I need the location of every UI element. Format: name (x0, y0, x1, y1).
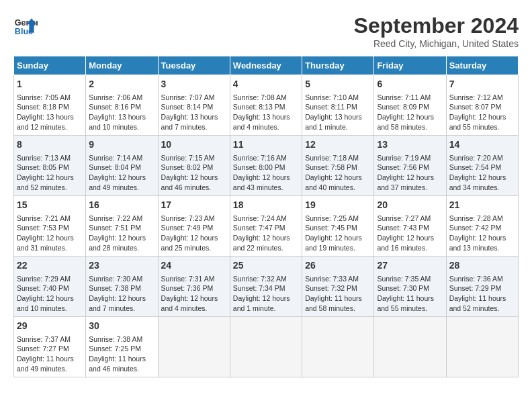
day-number: 2 (89, 78, 154, 91)
day-info-line: and 22 minutes. (233, 243, 299, 253)
day-info-line: Daylight: 11 hours (305, 293, 371, 304)
day-info-line: Sunset: 8:02 PM (161, 163, 227, 173)
calendar-cell: 24Sunrise: 7:31 AMSunset: 7:36 PMDayligh… (158, 257, 230, 317)
day-info-line: Daylight: 12 hours (161, 233, 227, 243)
day-info-line: Daylight: 12 hours (89, 233, 154, 243)
calendar-cell: 15Sunrise: 7:21 AMSunset: 7:53 PMDayligh… (14, 196, 86, 257)
calendar-cell (302, 317, 374, 377)
calendar-cell: 30Sunrise: 7:38 AMSunset: 7:25 PMDayligh… (86, 317, 158, 377)
day-info-line: and 1 minute. (305, 122, 371, 132)
day-info-line: Sunrise: 7:15 AM (161, 153, 227, 163)
day-info-line: Sunrise: 7:25 AM (305, 214, 371, 224)
day-info-line: Sunrise: 7:21 AM (17, 214, 83, 224)
day-info-line: Sunset: 8:05 PM (17, 163, 83, 173)
weekday-header: Friday (374, 56, 446, 75)
day-info-line: Daylight: 12 hours (17, 173, 83, 183)
day-number: 8 (17, 138, 83, 152)
day-info-line: Sunset: 8:18 PM (17, 102, 83, 112)
day-number: 3 (161, 78, 227, 91)
day-info-line: Daylight: 12 hours (17, 293, 83, 304)
day-info-line: Sunset: 8:16 PM (89, 102, 154, 112)
day-info-line: and 10 minutes. (89, 122, 154, 132)
day-number: 28 (449, 259, 515, 273)
day-info-line: Daylight: 12 hours (17, 233, 83, 243)
day-info-line: Sunrise: 7:31 AM (161, 274, 227, 284)
month-title: September 2024 (354, 13, 519, 38)
day-info-line: Daylight: 12 hours (233, 173, 299, 183)
day-info-line: Daylight: 12 hours (233, 233, 299, 243)
day-number: 27 (377, 259, 443, 273)
day-info-line: Sunset: 7:53 PM (17, 223, 83, 233)
day-info-line: Sunset: 7:34 PM (233, 283, 299, 293)
day-info-line: Sunset: 8:04 PM (89, 163, 154, 173)
calendar-cell: 21Sunrise: 7:28 AMSunset: 7:42 PMDayligh… (446, 196, 518, 257)
day-info-line: Sunrise: 7:24 AM (233, 214, 299, 224)
day-info-line: Sunset: 7:32 PM (305, 283, 371, 293)
calendar-week-row: 29Sunrise: 7:37 AMSunset: 7:27 PMDayligh… (14, 317, 519, 377)
day-info-line: Daylight: 12 hours (161, 293, 227, 304)
day-info-line: Sunset: 7:25 PM (89, 344, 154, 354)
calendar-cell: 10Sunrise: 7:15 AMSunset: 8:02 PMDayligh… (158, 136, 230, 196)
day-info-line: and 12 minutes. (17, 122, 83, 132)
calendar-cell: 9Sunrise: 7:14 AMSunset: 8:04 PMDaylight… (86, 136, 158, 196)
calendar-cell (158, 317, 230, 377)
title-block: September 2024 Reed City, Michigan, Unit… (354, 13, 519, 49)
day-info-line: and 55 minutes. (449, 122, 515, 132)
day-info-line: Sunrise: 7:06 AM (89, 93, 154, 103)
weekday-header: Thursday (302, 56, 374, 75)
day-info-line: Sunset: 7:43 PM (377, 223, 443, 233)
day-info-line: Sunset: 7:54 PM (449, 163, 515, 173)
calendar-cell: 19Sunrise: 7:25 AMSunset: 7:45 PMDayligh… (302, 196, 374, 257)
day-info-line: Sunset: 8:09 PM (377, 102, 443, 112)
day-info-line: and 52 minutes. (449, 304, 515, 314)
calendar-cell: 1Sunrise: 7:05 AMSunset: 8:18 PMDaylight… (14, 75, 86, 136)
calendar-week-row: 1Sunrise: 7:05 AMSunset: 8:18 PMDaylight… (14, 75, 519, 136)
calendar-cell: 26Sunrise: 7:33 AMSunset: 7:32 PMDayligh… (302, 257, 374, 317)
weekday-header: Tuesday (158, 56, 230, 75)
day-info-line: Sunrise: 7:19 AM (377, 153, 443, 163)
day-info-line: Sunrise: 7:22 AM (89, 214, 154, 224)
calendar-cell: 18Sunrise: 7:24 AMSunset: 7:47 PMDayligh… (230, 196, 302, 257)
day-number: 26 (305, 259, 371, 273)
day-info-line: Sunset: 7:40 PM (17, 283, 83, 293)
day-number: 13 (377, 138, 443, 152)
day-info-line: Daylight: 13 hours (89, 112, 154, 122)
day-info-line: Sunrise: 7:16 AM (233, 153, 299, 163)
day-info-line: and 49 minutes. (89, 183, 154, 193)
day-info-line: Sunrise: 7:38 AM (89, 334, 154, 345)
calendar-cell: 29Sunrise: 7:37 AMSunset: 7:27 PMDayligh… (14, 317, 86, 377)
day-info-line: Daylight: 12 hours (377, 173, 443, 183)
day-info-line: and 52 minutes. (17, 183, 83, 193)
logo-icon: General Blue (13, 13, 38, 38)
calendar-cell: 7Sunrise: 7:12 AMSunset: 8:07 PMDaylight… (446, 75, 518, 136)
page-header: General Blue September 2024 Reed City, M… (13, 13, 519, 49)
day-info-line: Daylight: 12 hours (233, 293, 299, 304)
day-number: 23 (89, 259, 154, 273)
day-info-line: Sunrise: 7:29 AM (17, 274, 83, 284)
day-info-line: Sunset: 7:42 PM (449, 223, 515, 233)
day-info-line: Sunrise: 7:37 AM (17, 334, 83, 345)
day-number: 6 (377, 78, 443, 91)
calendar-cell: 20Sunrise: 7:27 AMSunset: 7:43 PMDayligh… (374, 196, 446, 257)
day-number: 18 (233, 199, 299, 212)
day-info-line: Daylight: 12 hours (89, 293, 154, 304)
day-info-line: and 28 minutes. (89, 243, 154, 253)
day-info-line: Daylight: 11 hours (17, 354, 83, 364)
day-info-line: Daylight: 11 hours (449, 293, 515, 304)
day-info-line: Sunset: 7:27 PM (17, 344, 83, 354)
calendar-cell: 2Sunrise: 7:06 AMSunset: 8:16 PMDaylight… (86, 75, 158, 136)
day-info-line: Sunrise: 7:33 AM (305, 274, 371, 284)
day-info-line: and 46 minutes. (89, 364, 154, 374)
day-number: 11 (233, 138, 299, 152)
day-info-line: Daylight: 11 hours (89, 354, 154, 364)
day-info-line: Sunrise: 7:28 AM (449, 214, 515, 224)
day-number: 1 (17, 78, 83, 91)
day-number: 24 (161, 259, 227, 273)
weekday-header: Sunday (14, 56, 86, 75)
day-info-line: and 46 minutes. (161, 183, 227, 193)
weekday-header: Monday (86, 56, 158, 75)
day-info-line: Sunset: 8:14 PM (161, 102, 227, 112)
day-info-line: Sunset: 7:29 PM (449, 283, 515, 293)
calendar-cell: 12Sunrise: 7:18 AMSunset: 7:58 PMDayligh… (302, 136, 374, 196)
calendar-week-row: 22Sunrise: 7:29 AMSunset: 7:40 PMDayligh… (14, 257, 519, 317)
